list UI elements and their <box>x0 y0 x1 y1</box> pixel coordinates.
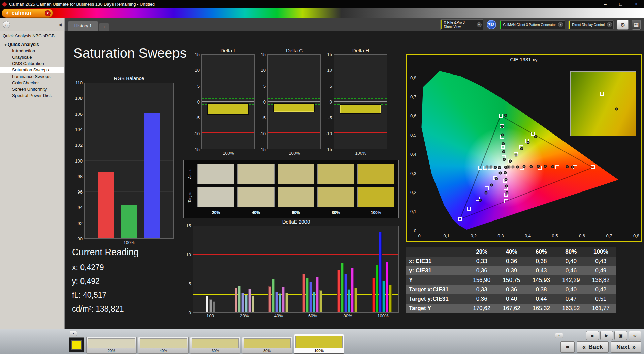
measurement-dot <box>502 150 505 153</box>
save-button[interactable]: ▣ <box>614 331 627 340</box>
measurement-dot <box>537 165 540 168</box>
tab-history-1[interactable]: History 1 <box>68 21 98 31</box>
cell-value: 0,33 <box>467 257 496 266</box>
pattern-patch-60%[interactable]: 60% <box>190 337 240 354</box>
x-axis-label: 100% <box>334 151 388 156</box>
minimize-button[interactable]: – <box>598 0 613 8</box>
gear-icon: ⚙ <box>620 22 625 28</box>
measurement-dot <box>485 191 488 194</box>
cell-value: 0,39 <box>496 266 526 275</box>
close-button[interactable]: × <box>629 0 644 8</box>
sidebar-item-grayscale[interactable]: Grayscale <box>0 54 64 60</box>
deltae-bar <box>272 279 275 312</box>
row-label: Target y:CIE31 <box>406 294 467 304</box>
meter-dropdown[interactable]: X-Rite i1Pro 3 Direct View ▼ <box>440 19 483 30</box>
deltae-group-100 <box>206 226 215 312</box>
chevron-down-icon[interactable]: ▼ <box>607 22 612 27</box>
measurement-dot <box>504 178 507 181</box>
deltae-bar <box>252 296 254 312</box>
sidebar-item-saturation-sweeps[interactable]: Saturation Sweeps <box>0 67 64 73</box>
next-button[interactable]: Next » <box>611 341 641 353</box>
main-content: Saturation Sweeps RGB Balance 9092949698… <box>65 31 644 329</box>
cell-value: 145,93 <box>526 275 556 285</box>
y-tick-label: 98 <box>78 174 83 178</box>
sidebar-item-colorchecker[interactable]: ColorChecker <box>0 80 64 86</box>
tree-root-quick-analysis[interactable]: ▾Quick Analysis <box>0 41 64 48</box>
sidebar-item-screen-uniformity[interactable]: Screen Uniformity <box>0 86 64 92</box>
y-tick-label: 0,8 <box>410 75 416 80</box>
menu-caret-icon: ▼ <box>45 10 51 16</box>
rgb-bar-blue <box>144 113 160 238</box>
x-tick-label: 20% <box>240 313 249 318</box>
measurement-dot <box>544 165 547 168</box>
active-sample-swatch[interactable] <box>71 340 82 350</box>
pattern-patch-80%[interactable]: 80% <box>242 337 292 354</box>
sidebar-item-introduction[interactable]: Introduction <box>0 48 64 54</box>
back-label: Back <box>588 344 603 351</box>
chart-title: Delta C <box>267 48 321 53</box>
rgb-bar-green <box>121 205 137 238</box>
y-tick-label: -15 <box>193 147 200 152</box>
meter-mode: Direct View <box>444 25 474 29</box>
active-sample-panel <box>69 337 84 352</box>
layout-button[interactable]: ▦ <box>632 20 641 30</box>
measurement-dot <box>507 165 510 168</box>
zero-line <box>202 101 254 102</box>
measurement-dot <box>529 165 533 168</box>
stop-button[interactable]: ■ <box>586 331 599 340</box>
cell-value: 0,36 <box>467 266 496 275</box>
meter-status-stripe <box>441 20 442 29</box>
chevron-down-icon[interactable]: ▼ <box>477 22 482 27</box>
cell-value: 167,62 <box>496 304 526 313</box>
cell-value: 163,52 <box>556 304 586 313</box>
y-tick-label: 0,6 <box>410 113 416 118</box>
y-axis: 051015 <box>184 226 193 313</box>
deltae-group-80% <box>337 226 357 312</box>
maximize-button[interactable]: □ <box>613 0 629 8</box>
reading-fl: fL: 40,517 <box>72 291 139 300</box>
loop-button[interactable]: ∞ <box>629 331 641 340</box>
column-header: 20% <box>467 247 496 257</box>
cie-zoom-inset <box>570 71 636 136</box>
pattern-patch-100%[interactable]: 100% <box>294 334 344 354</box>
pattern-eject-button[interactable]: ▲ <box>70 331 77 336</box>
titlebar: Calman 2025 Calman Ultimate for Business… <box>0 0 644 8</box>
sidebar-item-luminance-sweeps[interactable]: Luminance Sweeps <box>0 73 64 80</box>
pattern-patch-20%[interactable]: 20% <box>86 337 137 354</box>
display-control-dropdown[interactable]: Direct Display Control ▼ <box>568 20 614 29</box>
home-button[interactable]: ⌂ <box>3 21 10 28</box>
play-button[interactable]: ▶ <box>600 331 613 340</box>
reference-line <box>193 254 398 255</box>
calman-menu-button[interactable]: ✳ calman ▼ <box>2 9 53 18</box>
y-axis: -15-10-5051015 <box>257 54 267 149</box>
cell-value: 0,46 <box>556 266 586 275</box>
eject-button[interactable]: ▲ <box>555 333 563 338</box>
measurement-dot <box>503 158 506 161</box>
chevron-down-icon[interactable]: ▼ <box>558 22 563 27</box>
x-tick-label: 0,6 <box>579 233 585 238</box>
deltae-bar <box>206 296 208 312</box>
back-button[interactable]: « Back <box>577 341 609 353</box>
settings-button[interactable]: ⚙ <box>617 20 629 30</box>
gridline <box>85 98 173 98</box>
reference-line <box>193 294 398 295</box>
sidebar-item-cms-calibration[interactable]: CMS Calibration <box>0 60 64 67</box>
y-tick-label: 15 <box>261 52 266 57</box>
target-marker <box>458 217 462 221</box>
x-axis: 10020%40%60%80%100% <box>193 313 399 319</box>
x-tick-label: 0,7 <box>606 233 612 238</box>
sidebar-item-spectral-power-dist-[interactable]: Spectral Power Dist. <box>0 92 64 99</box>
reference-line <box>268 92 320 92</box>
table-row: Y156,90150,75145,93142,29138,82 <box>406 275 616 285</box>
deltae-group-100% <box>372 226 392 312</box>
deltae-bar <box>337 270 340 312</box>
stop-pattern-button[interactable]: ■ <box>560 341 575 353</box>
pattern-generator-dropdown[interactable]: CalMAN Client 3 Pattern Generator ▼ <box>500 20 565 29</box>
measurement-dot <box>501 134 504 137</box>
pattern-patch-40%[interactable]: 40% <box>138 337 189 354</box>
add-tab-button[interactable]: + <box>99 23 109 31</box>
column-header <box>406 247 467 257</box>
cell-value: 142,29 <box>556 275 586 285</box>
sidebar-collapse-button[interactable]: ◀ <box>59 22 62 27</box>
pattern-status-stripe <box>500 21 501 29</box>
